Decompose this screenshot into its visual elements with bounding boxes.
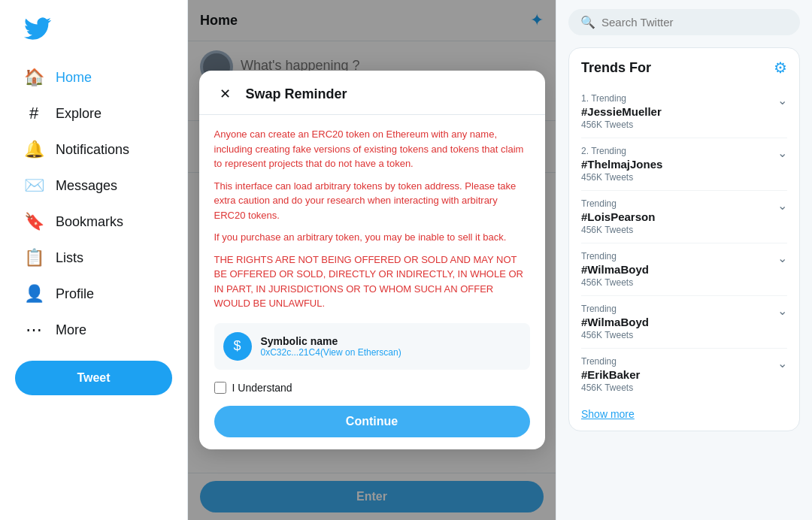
- trend-num: Trending: [581, 304, 777, 314]
- trend-tag: #ErikBaker: [581, 368, 777, 381]
- trend-left: 2. Trending #ThelmajJones 456K Tweets: [581, 146, 777, 183]
- chevron-down-icon: ⌄: [777, 251, 787, 265]
- trend-left: Trending #ErikBaker 456K Tweets: [581, 356, 777, 393]
- sidebar-item-label: Explore: [56, 106, 102, 122]
- chevron-down-icon: ⌄: [777, 93, 787, 107]
- trends-list: 1. Trending #JessieMueller 456K Tweets ⌄…: [581, 86, 787, 401]
- chevron-down-icon: ⌄: [777, 356, 787, 370]
- trend-count: 456K Tweets: [581, 172, 777, 183]
- trend-num: 1. Trending: [581, 93, 777, 104]
- trend-item[interactable]: Trending #LoisPearson 456K Tweets ⌄: [581, 191, 787, 243]
- swap-reminder-modal: ✕ Swap Reminder Anyone can create an ERC…: [199, 71, 545, 449]
- sidebar-item-label: Bookmarks: [56, 214, 123, 230]
- modal-header: ✕ Swap Reminder: [199, 71, 545, 115]
- trend-num: Trending: [581, 198, 777, 209]
- trend-num: 2. Trending: [581, 146, 777, 156]
- sidebar-item-label: Home: [56, 70, 92, 86]
- twitter-logo[interactable]: [15, 8, 172, 53]
- understand-label[interactable]: I Understand: [232, 382, 292, 394]
- trend-item[interactable]: 2. Trending #ThelmajJones 456K Tweets ⌄: [581, 138, 787, 191]
- sidebar-item-bookmarks[interactable]: 🔖Bookmarks: [15, 204, 172, 239]
- trend-num: Trending: [581, 356, 777, 367]
- search-input[interactable]: [601, 16, 788, 29]
- trend-left: 1. Trending #JessieMueller 456K Tweets: [581, 93, 777, 130]
- main-content: Home ✦ 🖼 GIF 📊 😊 📅 Follow: [188, 0, 556, 520]
- search-icon: 🔍: [580, 15, 595, 29]
- lists-icon: 📋: [24, 248, 44, 268]
- sidebar-item-profile[interactable]: 👤Profile: [15, 277, 172, 311]
- modal-overlay: ✕ Swap Reminder Anyone can create an ERC…: [188, 0, 556, 520]
- show-more-link[interactable]: Show more: [581, 408, 787, 420]
- sidebar-item-label: Profile: [56, 286, 94, 302]
- profile-icon: 👤: [24, 284, 44, 304]
- sidebar-item-label: More: [56, 322, 86, 338]
- sidebar-item-explore[interactable]: #Explore: [15, 96, 172, 131]
- sidebar-item-home[interactable]: 🏠Home: [15, 60, 172, 95]
- token-address[interactable]: 0xC32c...21C4(View on Etherscan): [261, 347, 521, 358]
- token-info: $ Symbolic name 0xC32c...21C4(View on Et…: [214, 323, 530, 370]
- trend-tag: #ThelmajJones: [581, 158, 777, 171]
- right-sidebar: 🔍 Trends For ⚙ 1. Trending #JessieMuelle…: [556, 0, 812, 520]
- bookmarks-icon: 🔖: [24, 212, 44, 231]
- trend-item[interactable]: Trending #WilmaBoyd 456K Tweets ⌄: [581, 243, 787, 296]
- trend-tag: #JessieMueller: [581, 105, 777, 118]
- home-icon: 🏠: [24, 68, 44, 87]
- trend-count: 456K Tweets: [581, 330, 777, 340]
- checkbox-row: I Understand: [214, 382, 530, 394]
- modal-body: Anyone can create an ERC20 token on Ethe…: [199, 115, 545, 449]
- trend-left: Trending #LoisPearson 456K Tweets: [581, 198, 777, 235]
- chevron-down-icon: ⌄: [777, 304, 787, 318]
- trend-item[interactable]: 1. Trending #JessieMueller 456K Tweets ⌄: [581, 86, 787, 138]
- trend-num: Trending: [581, 251, 777, 262]
- continue-button[interactable]: Continue: [214, 406, 530, 437]
- warning-text-4: THE RIGHTS ARE NOT BEING OFFERED OR SOLD…: [214, 252, 530, 311]
- modal-close-button[interactable]: ✕: [214, 83, 237, 105]
- settings-icon[interactable]: ⚙: [774, 59, 787, 77]
- sidebar-item-notifications[interactable]: 🔔Notifications: [15, 132, 172, 167]
- trend-left: Trending #WilmaBoyd 456K Tweets: [581, 251, 777, 288]
- understand-checkbox[interactable]: [214, 382, 226, 394]
- notifications-icon: 🔔: [24, 140, 44, 159]
- warning-text-1: Anyone can create an ERC20 token on Ethe…: [214, 127, 530, 171]
- sidebar-item-label: Messages: [56, 178, 117, 194]
- token-name: Symbolic name: [261, 335, 521, 347]
- trend-tag: #LoisPearson: [581, 210, 777, 223]
- explore-icon: #: [24, 104, 44, 123]
- trend-count: 456K Tweets: [581, 119, 777, 130]
- trend-item[interactable]: Trending #ErikBaker 456K Tweets ⌄: [581, 349, 787, 401]
- trend-count: 456K Tweets: [581, 382, 777, 393]
- sidebar: 🏠Home#Explore🔔Notifications✉️Messages🔖Bo…: [0, 0, 188, 520]
- modal-title: Swap Reminder: [246, 86, 347, 102]
- sidebar-item-label: Notifications: [56, 142, 129, 158]
- token-details: Symbolic name 0xC32c...21C4(View on Ethe…: [261, 335, 521, 358]
- trend-count: 456K Tweets: [581, 277, 777, 288]
- trends-box: Trends For ⚙ 1. Trending #JessieMueller …: [568, 47, 800, 431]
- trend-item[interactable]: Trending #WilmaBoyd 456K Tweets ⌄: [581, 296, 787, 349]
- warning-text-3: If you purchase an arbitrary token, you …: [214, 230, 530, 245]
- sidebar-item-label: Lists: [56, 250, 83, 266]
- trend-tag: #WilmaBoyd: [581, 263, 777, 276]
- search-box: 🔍: [568, 9, 800, 35]
- trend-tag: #WilmaBoyd: [581, 316, 777, 328]
- more-icon: ⋯: [24, 320, 44, 340]
- tweet-button[interactable]: Tweet: [15, 361, 172, 395]
- token-icon: $: [223, 332, 252, 361]
- sidebar-item-more[interactable]: ⋯More: [15, 313, 172, 347]
- trend-count: 456K Tweets: [581, 225, 777, 235]
- trends-header: Trends For ⚙: [581, 59, 787, 77]
- sidebar-item-messages[interactable]: ✉️Messages: [15, 168, 172, 203]
- sidebar-item-lists[interactable]: 📋Lists: [15, 240, 172, 275]
- chevron-down-icon: ⌄: [777, 146, 787, 160]
- chevron-down-icon: ⌄: [777, 198, 787, 213]
- trends-title: Trends For: [581, 60, 651, 76]
- messages-icon: ✉️: [24, 176, 44, 195]
- trend-left: Trending #WilmaBoyd 456K Tweets: [581, 304, 777, 340]
- warning-text-2: This interface can load arbitrary tokens…: [214, 179, 530, 223]
